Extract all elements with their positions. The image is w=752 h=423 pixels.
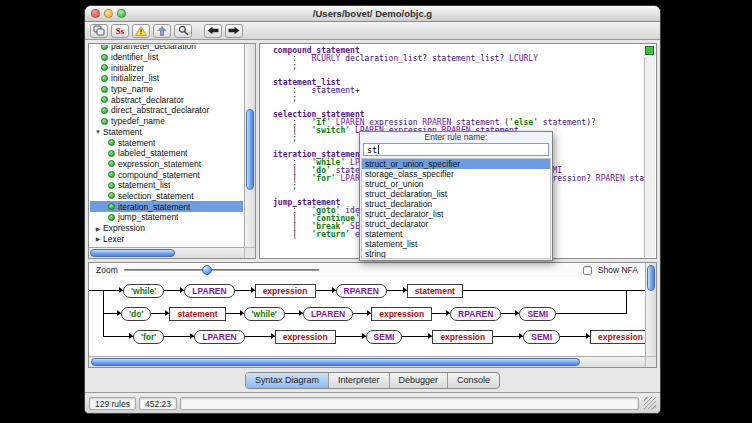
rule-icon bbox=[101, 107, 108, 114]
tree-item-expression_statement[interactable]: expression_statement bbox=[90, 159, 243, 170]
suggestion-item-struct_declarator_list[interactable]: struct_declarator_list bbox=[362, 209, 550, 219]
warnings-button[interactable] bbox=[132, 24, 150, 38]
rule-icon bbox=[101, 96, 108, 103]
suggestion-item-string[interactable]: string bbox=[362, 249, 550, 259]
rule-icon bbox=[101, 54, 108, 61]
console-button[interactable] bbox=[90, 24, 108, 38]
find-button[interactable] bbox=[174, 24, 192, 38]
tab-interpreter[interactable]: Interpreter bbox=[329, 373, 390, 388]
tree-item-iteration_statement[interactable]: iteration_statement bbox=[90, 201, 243, 212]
tree-item-statement_list[interactable]: statement_list bbox=[90, 180, 243, 191]
windows-icon bbox=[93, 25, 105, 36]
tree-item-Lexer[interactable]: ▶Lexer bbox=[90, 233, 243, 244]
tree-item-Expression[interactable]: ▶Expression bbox=[90, 223, 243, 234]
popup-title: Enter rule name: bbox=[360, 132, 552, 143]
tree-item-compound_statement[interactable]: compound_statement bbox=[90, 169, 243, 180]
zoom-slider[interactable] bbox=[124, 265, 319, 275]
tree-horizontal-scrollbar[interactable] bbox=[89, 247, 244, 258]
resize-grip[interactable] bbox=[644, 397, 656, 409]
syntax-coloring-button[interactable]: Ss bbox=[111, 24, 129, 38]
diagram-node-LPAREN[interactable]: LPAREN bbox=[184, 284, 234, 298]
rule-tree: parameter_declarationidentifier_listinit… bbox=[90, 45, 243, 246]
diagram-node-SEMI[interactable]: SEMI bbox=[519, 307, 556, 321]
diagram-vertical-scrollbar[interactable] bbox=[645, 263, 656, 356]
status-bar: 129 rules 452:23 bbox=[85, 392, 660, 413]
editor-line[interactable]: ; bbox=[273, 63, 644, 71]
diagram-node-expression[interactable]: expression bbox=[255, 284, 316, 298]
diagram-node-SEMI[interactable]: SEMI bbox=[523, 330, 560, 344]
tab-syntax-diagram[interactable]: Syntax Diagram bbox=[246, 373, 329, 388]
triangle-collapsed-icon[interactable]: ▶ bbox=[94, 235, 102, 242]
diagram-node-LPAREN[interactable]: LPAREN bbox=[303, 307, 353, 321]
show-nfa-checkbox[interactable] bbox=[583, 266, 592, 275]
triangle-expanded-icon[interactable]: ▼ bbox=[94, 129, 102, 135]
diagram-connector bbox=[226, 313, 244, 314]
zoom-window-button[interactable] bbox=[117, 9, 126, 18]
tree-item-statement[interactable]: statement bbox=[90, 137, 243, 148]
suggestion-item-statement_list[interactable]: statement_list bbox=[362, 239, 550, 249]
tree-horizontal-scroll-thumb[interactable] bbox=[90, 249, 175, 257]
diagram-node-statement[interactable]: statement bbox=[407, 284, 463, 298]
tree-item-initializer_list[interactable]: initializer_list bbox=[90, 73, 243, 84]
diagram-vertical-scroll-thumb[interactable] bbox=[647, 265, 655, 291]
status-message bbox=[180, 397, 639, 410]
diagram-node-while[interactable]: 'while' bbox=[244, 307, 285, 321]
tree-item-abstract_declarator[interactable]: abstract_declarator bbox=[90, 94, 243, 105]
diagram-node-RPAREN[interactable]: RPAREN bbox=[336, 284, 387, 298]
suggestion-item-struct_or_union_specifier[interactable]: struct_or_union_specifier bbox=[362, 159, 550, 169]
triangle-collapsed-icon[interactable]: ▶ bbox=[94, 225, 102, 232]
tree-vertical-scroll-thumb[interactable] bbox=[246, 109, 254, 190]
tree-item-selection_statement[interactable]: selection_statement bbox=[90, 191, 243, 202]
goto-rule-button[interactable] bbox=[153, 24, 171, 38]
tree-item-direct_abstract_declarator[interactable]: direct_abstract_declarator bbox=[90, 105, 243, 116]
tree-item-labeled_statement[interactable]: labeled_statement bbox=[90, 148, 243, 159]
editor-line[interactable]: ; bbox=[273, 95, 644, 103]
back-button[interactable] bbox=[204, 24, 222, 38]
tab-console[interactable]: Console bbox=[448, 373, 499, 388]
tree-item-label: Lexer bbox=[103, 234, 124, 244]
diagram-node-for[interactable]: 'for' bbox=[133, 330, 164, 344]
title-bar[interactable]: /Users/bovet/ Demo/objc.g bbox=[85, 6, 660, 22]
tree-item-type_name[interactable]: type_name bbox=[90, 84, 243, 95]
diagram-node-LPAREN[interactable]: LPAREN bbox=[194, 330, 244, 344]
rule-name-input[interactable]: st bbox=[363, 143, 549, 156]
minimize-button[interactable] bbox=[104, 9, 113, 18]
tree-item-identifier_list[interactable]: identifier_list bbox=[90, 52, 243, 63]
diagram-node-expression[interactable]: expression bbox=[371, 307, 432, 321]
diagram-connector bbox=[463, 290, 627, 291]
suggestion-item-struct_or_union[interactable]: struct_or_union bbox=[362, 179, 550, 189]
diagram-node-expression[interactable]: expression bbox=[432, 330, 493, 344]
diagram-scroll-corner bbox=[645, 356, 656, 367]
zoom-slider-knob[interactable] bbox=[202, 265, 212, 275]
diagram-connector bbox=[151, 313, 169, 314]
suggestion-item-storage_class_specifier[interactable]: storage_class_specifier bbox=[362, 169, 550, 179]
editor-vertical-scrollbar[interactable] bbox=[644, 57, 655, 257]
tree-item-parameter_declaration[interactable]: parameter_declaration bbox=[90, 45, 243, 52]
suggestion-item-struct_declaration_list[interactable]: struct_declaration_list bbox=[362, 189, 550, 199]
forward-button[interactable] bbox=[225, 24, 243, 38]
close-button[interactable] bbox=[91, 9, 100, 18]
diagram-node-SEMI[interactable]: SEMI bbox=[366, 330, 403, 344]
tree-item-Statement[interactable]: ▼Statement bbox=[90, 127, 243, 138]
diagram-node-RPAREN[interactable]: RPAREN bbox=[450, 307, 501, 321]
diagram-node-while[interactable]: 'while' bbox=[123, 284, 164, 298]
suggestion-item-struct_declarator[interactable]: struct_declarator bbox=[362, 219, 550, 229]
diagram-connector bbox=[501, 313, 519, 314]
suggestion-item-struct_declaration[interactable]: struct_declaration bbox=[362, 199, 550, 209]
editor-line[interactable]: : statement+ bbox=[273, 87, 644, 95]
tree-item-typedef_name[interactable]: typedef_name bbox=[90, 116, 243, 127]
diagram-horizontal-scroll-thumb[interactable] bbox=[91, 358, 580, 366]
tree-vertical-scrollbar[interactable] bbox=[244, 44, 255, 247]
tab-debugger[interactable]: Debugger bbox=[390, 373, 449, 388]
diagram-node-do[interactable]: 'do' bbox=[121, 307, 151, 321]
diagram-connector bbox=[336, 336, 366, 337]
tree-item-jump_statement[interactable]: jump_statement bbox=[90, 212, 243, 223]
up-arrow-icon bbox=[157, 26, 167, 36]
diagram-node-expression[interactable]: expression bbox=[275, 330, 336, 344]
diagram-node-statement[interactable]: statement bbox=[169, 307, 225, 321]
diagram-horizontal-scrollbar[interactable] bbox=[89, 356, 645, 367]
suggestion-item-statement[interactable]: statement bbox=[362, 229, 550, 239]
diagram-node-expression[interactable]: expression bbox=[590, 330, 645, 344]
editor-line[interactable]: : RCURLY declaration_list? statement_lis… bbox=[273, 55, 644, 63]
tree-item-initializer[interactable]: initializer bbox=[90, 62, 243, 73]
